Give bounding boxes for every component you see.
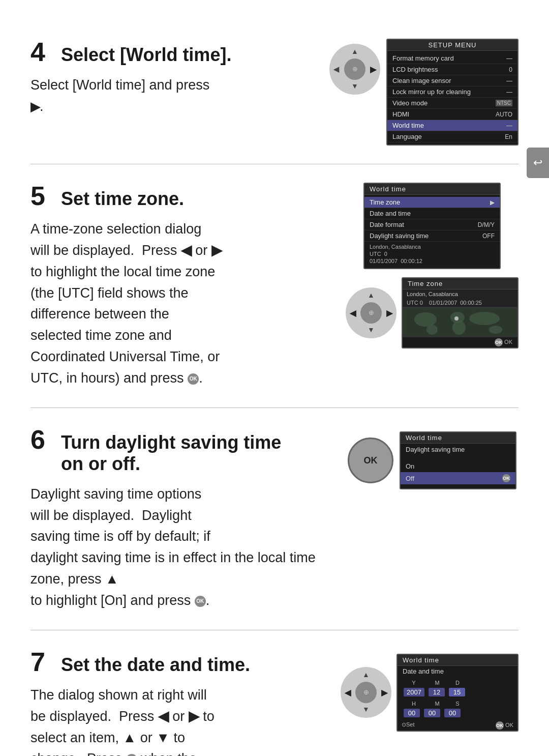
section-5-right: World time Time zone ▶ Date and time Dat… — [346, 183, 518, 348]
step-5-body: A time-zone selection dialog will be dis… — [30, 219, 330, 389]
screen-4-body: Format memory card — LCD brightness 0 Cl… — [387, 51, 517, 144]
date-values-hms: 00 00 00 — [402, 708, 513, 718]
screen-5a-row-datetime: Date and time — [364, 208, 500, 219]
date-values-ymd: 2007 12 15 — [402, 687, 513, 697]
nav-up-5: ▲ — [368, 292, 375, 300]
step-7-title: Set the date and time. — [61, 654, 250, 676]
step-6-header: 6 Turn daylight saving time on or off. — [30, 426, 330, 475]
screen-4-header: SETUP MENU — [387, 40, 517, 51]
screen-5b-header: Time zone — [403, 278, 517, 289]
screen-6: World time Daylight saving time On Off O… — [400, 431, 516, 490]
step-6-title-line2: on or off. — [61, 453, 281, 475]
ok-button-6: OK — [348, 438, 393, 483]
step-6-title: Turn daylight saving time on or off. — [61, 432, 281, 475]
nav-inner-4: ⊕ — [344, 59, 365, 80]
nav-left-7: ◀ — [345, 688, 351, 697]
nav-outer-4: ▲ ▼ ◀ ▶ ⊕ — [329, 44, 380, 95]
step-7-header: 7 Set the date and time. — [30, 649, 325, 676]
svg-point-4 — [452, 321, 466, 335]
page-container: ↩ 4 Select [World time]. Select [World t… — [0, 0, 549, 756]
step-7-body: The dialog shown at right will be displa… — [30, 685, 325, 756]
screen-row-world-time: World time — — [387, 120, 517, 131]
svg-point-5 — [469, 312, 500, 325]
nav-right-7: ▶ — [381, 688, 387, 697]
screen-6-off: Off OK — [401, 472, 515, 485]
screen-row-hdmi: HDMI AUTO — [387, 109, 517, 120]
section-7-inner: ▲ ▼ ◀ ▶ ⊕ World time Date and time Y — [341, 654, 518, 732]
screen-5a-utc: UTC 0 — [364, 251, 500, 258]
section-7: 7 Set the date and time. The dialog show… — [30, 630, 518, 756]
step-4-title: Select [World time]. — [61, 44, 231, 66]
ok-circle-7: OK — [496, 721, 504, 730]
step-4-header: 4 Select [World time]. — [30, 39, 314, 66]
date-labels-hms: H M S — [402, 700, 513, 708]
nav-widget-5: ▲ ▼ ◀ ▶ ⊕ — [346, 287, 396, 338]
step-7-number: 7 — [30, 649, 53, 675]
screen-5a-body: Time zone ▶ Date and time Date format D/… — [364, 195, 500, 268]
screen-row-language: Language En — [387, 131, 517, 142]
section-6: 6 Turn daylight saving time on or off. D… — [30, 408, 518, 630]
section-6-right: OK World time Daylight saving time On Of… — [346, 426, 518, 490]
ok-symbol-7: OK — [126, 754, 137, 756]
nav-inner-5: ⊕ — [360, 302, 382, 324]
section-4: 4 Select [World time]. Select [World tim… — [30, 20, 518, 164]
screen-5a-location: London, Casablanca — [364, 242, 500, 251]
screen-row-video: Video mode NTSC — [387, 98, 517, 109]
step-4-number: 4 — [30, 39, 53, 65]
date-year: 2007 — [404, 688, 424, 696]
screen-row-clean: Clean image sensor — — [387, 75, 517, 86]
date-min: 00 — [424, 709, 440, 717]
nav-left-4: ◀ — [333, 65, 339, 74]
section-5-bottom-row: ▲ ▼ ◀ ▶ ⊕ Time zone London, Casablanca U… — [346, 277, 518, 348]
nav-down-7: ▼ — [362, 706, 370, 714]
screen-5a-header: World time — [364, 184, 500, 195]
date-labels-ymd: Y M D — [402, 679, 513, 687]
screen-5a-date: 01/01/2007 00:00:12 — [364, 258, 500, 266]
svg-point-2 — [426, 325, 438, 335]
nav-widget-7: ▲ ▼ ◀ ▶ ⊕ — [341, 667, 391, 718]
section-4-right: ▲ ▼ ◀ ▶ ⊕ SETUP MENU — [329, 39, 518, 146]
section-6-inner: OK World time Daylight saving time On Of… — [348, 431, 516, 490]
step-6-title-line1: Turn daylight saving time — [61, 432, 281, 453]
nav-right-4: ▶ — [370, 65, 376, 74]
section-7-right: ▲ ▼ ◀ ▶ ⊕ World time Date and time Y — [341, 649, 518, 732]
screen-7-date-grid: Y M D 2007 12 15 H M S — [398, 677, 517, 720]
svg-point-6 — [489, 326, 502, 334]
screen-row-format: Format memory card — — [387, 53, 517, 64]
date-hour: 00 — [404, 709, 420, 717]
screen-7-dt-label: Date and time — [398, 666, 517, 677]
screen-5a: World time Time zone ▶ Date and time Dat… — [363, 183, 501, 269]
ok-circle-6: OK — [502, 474, 510, 482]
date-sec: 00 — [444, 709, 461, 717]
screen-7-footer: ⊙Set OK OK — [398, 720, 517, 731]
nav-right-5: ▶ — [386, 308, 392, 318]
section-6-left: 6 Turn daylight saving time on or off. D… — [30, 426, 346, 612]
step-6-number: 6 — [30, 426, 53, 453]
screen-7-header: World time — [398, 655, 517, 666]
step-5-number: 5 — [30, 183, 53, 209]
step-6-body: Daylight saving time options will be dis… — [30, 484, 330, 612]
screen-6-header: World time — [401, 432, 515, 444]
section-4-left: 4 Select [World time]. Select [World tim… — [30, 39, 329, 118]
svg-point-1 — [414, 312, 437, 327]
screen-5a-row-dst: Daylight saving time OFF — [364, 230, 500, 242]
screen-5b: Time zone London, Casablanca UTC 0 01/01… — [402, 277, 518, 348]
world-map-svg — [404, 308, 516, 336]
nav-outer-5: ▲ ▼ ◀ ▶ ⊕ — [346, 287, 396, 338]
screen-6-dst-label: Daylight saving time — [401, 444, 515, 455]
screen-row-lock: Lock mirror up for cleaning — — [387, 86, 517, 98]
screen-5b-location: London, Casablanca — [403, 289, 517, 299]
screen-5b-map — [403, 307, 517, 337]
step-5-header: 5 Set time zone. — [30, 183, 330, 210]
nav-left-5: ◀ — [350, 308, 356, 318]
svg-point-7 — [454, 316, 459, 321]
nav-widget-4: ▲ ▼ ◀ ▶ ⊕ — [329, 44, 380, 95]
section-5-left: 5 Set time zone. A time-zone selection d… — [30, 183, 346, 389]
screen-4: SETUP MENU Format memory card — LCD brig… — [386, 39, 518, 146]
nav-up-7: ▲ — [362, 671, 370, 679]
screen-7: World time Date and time Y M D 2007 12 1… — [396, 654, 518, 732]
ok-symbol-6: OK — [195, 596, 206, 607]
ok-circle-5b: OK — [495, 338, 503, 346]
screen-5b-utc: UTC 0 01/01/2007 00:00:25 — [403, 299, 517, 307]
nav-outer-7: ▲ ▼ ◀ ▶ ⊕ — [341, 667, 391, 718]
